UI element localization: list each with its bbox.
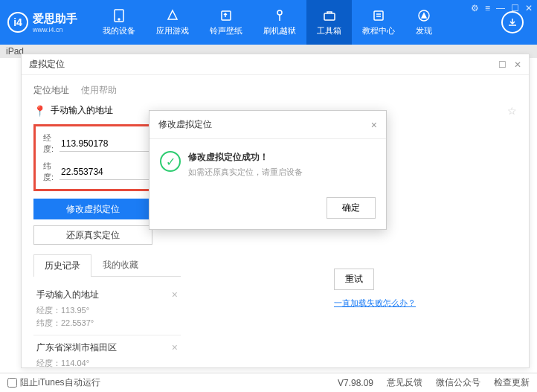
svg-rect-2 — [222, 11, 231, 20]
version-text: V7.98.09 — [338, 378, 373, 388]
help-link[interactable]: 使用帮助 — [81, 84, 117, 97]
toolbox-icon — [323, 9, 336, 22]
tab-favorites[interactable]: 我的收藏 — [91, 254, 149, 276]
location-label: 定位地址 — [33, 84, 69, 97]
window-controls: ⚙ ≡ — ☐ ✕ — [471, 3, 533, 13]
music-icon — [219, 9, 233, 22]
maximize-icon[interactable]: ☐ — [511, 3, 519, 13]
dialog-ok-button[interactable]: 确定 — [327, 197, 376, 219]
star-icon[interactable]: ☆ — [507, 105, 517, 117]
history-tabs: 历史记录 我的收藏 — [33, 254, 181, 277]
svg-rect-4 — [324, 13, 335, 20]
history-item[interactable]: 手动输入的地址 经度：113.95° 纬度：22.5537° × — [33, 283, 181, 335]
close-icon[interactable]: ✕ — [525, 3, 533, 13]
status-bar: 阻止iTunes自动运行 V7.98.09 意见反馈 微信公众号 检查更新 — [0, 373, 537, 392]
latitude-label: 纬度: — [43, 161, 54, 183]
book-icon — [372, 9, 385, 22]
block-itunes-checkbox[interactable] — [7, 378, 17, 388]
restore-location-button[interactable]: 还原真实定位 — [33, 225, 152, 245]
panel-close-icon[interactable]: ✕ — [514, 60, 521, 70]
nav-ringtones[interactable]: 铃声壁纸 — [199, 0, 253, 45]
settings-icon[interactable]: ⚙ — [471, 3, 479, 13]
retry-button[interactable]: 重试 — [334, 269, 374, 290]
block-itunes-label: 阻止iTunes自动运行 — [20, 376, 100, 389]
logo-icon: i4 — [7, 12, 28, 33]
panel-header: 虚拟定位 ☐ ✕ — [22, 54, 529, 75]
dialog-message: 修改虚拟定位成功！ — [188, 151, 303, 164]
success-dialog: 修改虚拟定位 × ✓ 修改虚拟定位成功！ 如需还原真实定位，请重启设备 确定 — [149, 110, 387, 230]
success-check-icon: ✓ — [160, 151, 181, 172]
minimize-icon[interactable]: — — [496, 3, 505, 13]
dialog-close-icon[interactable]: × — [371, 119, 377, 131]
flash-icon — [273, 9, 286, 22]
phone-icon — [112, 9, 126, 22]
brand-url: www.i4.cn — [33, 26, 77, 33]
pin-icon: 📍 — [33, 105, 46, 117]
svg-rect-5 — [374, 11, 383, 20]
history-list: 手动输入的地址 经度：113.95° 纬度：22.5537° × 广东省深圳市福… — [33, 283, 181, 367]
history-delete-icon[interactable]: × — [172, 341, 178, 353]
nav-toolbox[interactable]: 工具箱 — [306, 0, 352, 45]
main-nav: 我的设备 应用游戏 铃声壁纸 刷机越狱 工具箱 教程中心 发现 — [92, 0, 501, 45]
svg-point-1 — [118, 19, 120, 20]
nav-apps[interactable]: 应用游戏 — [146, 0, 199, 45]
brand-name: 爱思助手 — [33, 12, 77, 26]
nav-my-device[interactable]: 我的设备 — [92, 0, 146, 45]
dialog-title: 修改虚拟定位 — [158, 118, 371, 131]
fail-help-link[interactable]: 一直加载失败怎么办？ — [334, 298, 416, 307]
svg-point-3 — [277, 10, 282, 15]
address-text: 手动输入的地址 — [51, 104, 113, 117]
refresh-button[interactable] — [501, 11, 524, 33]
compass-icon — [417, 9, 431, 22]
nav-flash[interactable]: 刷机越狱 — [253, 0, 306, 45]
app-header: i4 爱思助手 www.i4.cn 我的设备 应用游戏 铃声壁纸 刷机越狱 工具… — [0, 0, 537, 45]
history-item[interactable]: 广东省深圳市福田区 经度：114.04° 纬度：22.5683° × — [33, 335, 181, 367]
panel-title: 虚拟定位 — [29, 58, 498, 71]
panel-maximize-icon[interactable]: ☐ — [498, 60, 507, 70]
feedback-link[interactable]: 意见反馈 — [387, 376, 422, 389]
longitude-label: 经度: — [43, 132, 54, 155]
history-delete-icon[interactable]: × — [172, 289, 178, 301]
nav-tutorial[interactable]: 教程中心 — [352, 0, 405, 45]
wechat-link[interactable]: 微信公众号 — [436, 376, 480, 389]
brand-logo: i4 爱思助手 www.i4.cn — [7, 12, 77, 33]
apps-icon — [166, 9, 179, 22]
dialog-submessage: 如需还原真实定位，请重启设备 — [188, 167, 303, 178]
modify-location-button[interactable]: 修改虚拟定位 — [33, 199, 152, 219]
check-update-link[interactable]: 检查更新 — [494, 376, 530, 389]
menu-icon[interactable]: ≡ — [485, 3, 490, 13]
nav-discover[interactable]: 发现 — [405, 0, 443, 45]
tab-history[interactable]: 历史记录 — [33, 254, 91, 277]
